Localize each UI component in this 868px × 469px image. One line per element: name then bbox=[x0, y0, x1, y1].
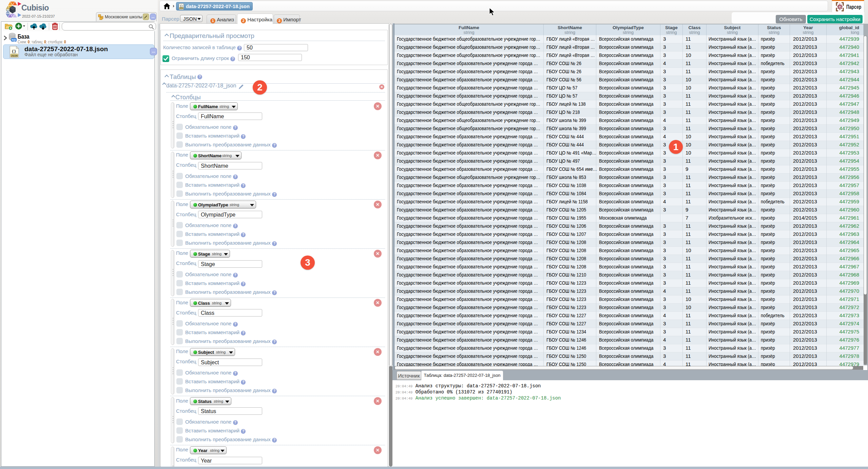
svg-text:JSON: JSON bbox=[11, 54, 18, 57]
svg-text:{}: {} bbox=[12, 49, 16, 54]
svg-text:{}: {} bbox=[180, 4, 182, 7]
svg-text:SQL: SQL bbox=[12, 39, 17, 41]
svg-text:JSON: JSON bbox=[179, 7, 183, 9]
